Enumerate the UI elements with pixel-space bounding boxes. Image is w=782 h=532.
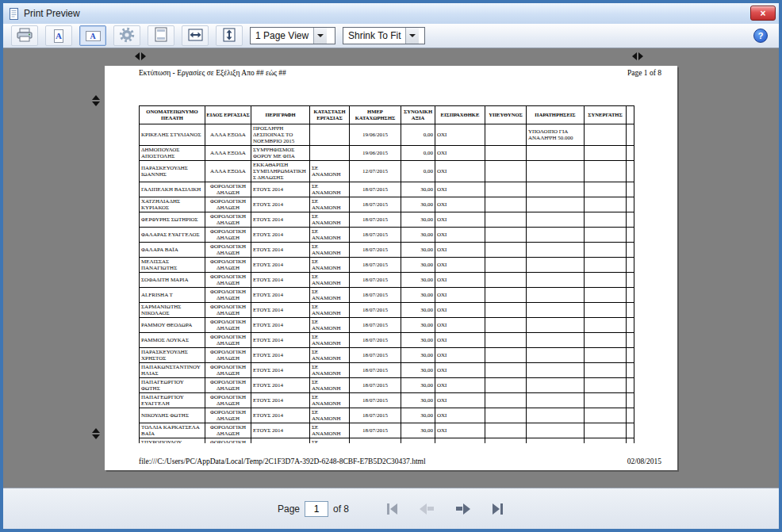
landscape-button[interactable]: A <box>79 25 106 46</box>
first-page-button[interactable] <box>385 502 399 516</box>
table-cell: 18/07/2015 <box>350 378 401 393</box>
table-cell <box>585 124 627 146</box>
column-header: ΠΑΡΑΤΗΡΗΣΕΙΣ <box>527 106 585 124</box>
table-cell <box>585 318 627 333</box>
table-cell: ΦΟΡΟΛΟΓΙΚΗ ΔΗΛΩΣΗ <box>205 212 251 228</box>
chevron-down-icon <box>405 28 419 44</box>
table-cell: ΣΕ ΑΝΑΜΟΝΗ <box>310 378 350 393</box>
page-footer: file:///C:/Users/PC/AppData/Local/Temp/2… <box>139 457 661 465</box>
table-cell: ΟΧΙ <box>435 212 485 228</box>
right-margin-handle[interactable] <box>632 52 643 60</box>
full-width-icon <box>188 29 203 44</box>
table-cell <box>527 378 585 393</box>
table-cell <box>527 161 585 182</box>
table-cell: 30,00 <box>401 212 435 228</box>
table-cell: ΣΕ ΑΝΑΜΟΝΗ <box>310 408 350 423</box>
table-cell: ΥΠΟΛΟΙΠΟ ΓΙΑ ΑΝΑΛΗΨΗ 50.000 <box>527 124 585 146</box>
table-cell: 30,00 <box>401 197 435 212</box>
table-cell <box>527 408 585 423</box>
header-margin-handle[interactable] <box>92 95 100 106</box>
column-header: ΕΙΣΠΡΑΧΘΗΚΕ <box>435 106 485 124</box>
table-cell: ΕΤΟΥΣ 2014 <box>251 303 310 318</box>
table-cell: ΣΕ ΑΝΑΜΟΝΗ <box>310 258 350 273</box>
close-button[interactable]: × <box>750 6 776 21</box>
shrink-to-fit-select[interactable]: Shrink To Fit <box>343 27 425 44</box>
column-header: ΣΥΝΕΡΓΑΤΗΣ <box>585 106 627 124</box>
table-cell: ΟΧΙ <box>435 303 485 318</box>
page-view-value: 1 Page View <box>251 28 313 44</box>
table-cell: ΑΛΛΑ ΕΞΟΔΑ <box>205 146 251 161</box>
view-full-width-button[interactable] <box>182 25 209 46</box>
table-cell: 18/07/2015 <box>350 182 401 197</box>
table-cell <box>627 124 634 146</box>
table-cell: ΠΡΟΣΛΗΨΗ ΔΕΣΠΟΙΝΑΣ ΤΟ ΝΟΕΜΒΡΙΟ 2015 <box>251 124 310 146</box>
table-cell <box>585 393 627 408</box>
table-cell <box>627 333 634 348</box>
table-cell <box>485 378 527 393</box>
left-margin-handle[interactable] <box>135 52 146 60</box>
table-cell: ΕΤΟΥΣ 2014 <box>251 363 310 378</box>
table-cell: ΟΧΙ <box>435 182 485 197</box>
table-cell: ALFRISHA T <box>140 288 205 303</box>
page-view-select[interactable]: 1 Page View <box>250 27 335 44</box>
print-preview-window: Print Preview × A A <box>0 0 782 532</box>
table-cell <box>627 393 634 408</box>
table-cell: 18/07/2015 <box>350 243 401 258</box>
table-cell: ΕΤΟΥΣ 2014 <box>251 273 310 288</box>
page-setup-button[interactable] <box>113 25 140 46</box>
table-cell <box>527 333 585 348</box>
table-cell: ΚΡΙΚΕΛΗΣ ΣΤΥΛΙΑΝΟΣ <box>140 124 205 146</box>
table-cell: 30,00 <box>401 243 435 258</box>
table-cell <box>585 333 627 348</box>
table-cell: ΦΟΡΟΛΟΓΙΚΗ ΔΗΛΩΣΗ <box>205 408 251 423</box>
table-row: ΓΑΛΙΠΕΛΚΗ ΒΑΣΙΛΙΚΗΦΟΡΟΛΟΓΙΚΗ ΔΗΛΩΣΗΕΤΟΥΣ… <box>140 182 634 197</box>
table-cell: ΣΕ ΑΝΑΜΟΝΗ <box>310 228 350 243</box>
footer-margin-handle[interactable] <box>92 428 100 439</box>
table-cell: 30,00 <box>401 348 435 363</box>
next-page-button[interactable] <box>454 502 472 516</box>
table-cell: 18/07/2015 <box>350 318 401 333</box>
table-cell: ΠΑΠΑΓΕΩΡΓΙΟΥ ΦΩΤΗΣ <box>140 378 205 393</box>
titlebar: Print Preview × <box>3 3 779 24</box>
arrow-right-icon <box>141 52 146 60</box>
previous-page-button[interactable] <box>418 502 435 516</box>
table-cell <box>585 438 627 444</box>
headers-footers-button[interactable] <box>148 25 174 46</box>
table-cell <box>485 438 527 444</box>
last-page-button[interactable] <box>491 502 504 516</box>
table-cell: ΟΧΙ <box>435 161 485 182</box>
table-cell: ΠΑΠΑΓΕΩΡΓΙΟΥ ΕΥΑΓΓΕΛΗ <box>140 393 205 408</box>
table-cell: ΟΧΙ <box>435 273 485 288</box>
print-button[interactable] <box>11 25 38 46</box>
arrow-up-icon <box>92 95 100 100</box>
table-cell: ΜΕΛΙΣΣΑΣ ΠΑΝΑΓΙΩΤΗΣ <box>140 258 205 273</box>
table-cell <box>585 378 627 393</box>
table-cell <box>350 438 401 444</box>
table-cell <box>310 124 350 146</box>
portrait-button[interactable]: A <box>45 25 72 46</box>
table-row: ΠΑΠΑΓΕΩΡΓΙΟΥ ΕΥΑΓΓΕΛΗΦΟΡΟΛΟΓΙΚΗ ΔΗΛΩΣΗΕΤ… <box>140 393 634 408</box>
table-cell: ΣΕ ΑΝΑΜΟΝΗ <box>310 318 350 333</box>
table-cell: 30,00 <box>401 182 435 197</box>
view-full-page-button[interactable] <box>216 25 243 46</box>
column-header: ΠΕΡΙΓΡΑΦΗ <box>251 106 310 124</box>
page-number-input[interactable] <box>305 501 328 517</box>
table-cell <box>585 423 627 438</box>
table-cell <box>485 197 527 212</box>
table-cell <box>485 348 527 363</box>
table-cell: ΣΕ ΑΝΑΜΟΝΗ <box>310 363 350 378</box>
table-cell: ΣΕ ΑΝΑΜΟΝΗ <box>310 423 350 438</box>
table-cell <box>527 212 585 228</box>
table-cell <box>627 423 634 438</box>
table-cell: ΡΑΜΜΟΣ ΛΟΥΚΑΣ <box>140 333 205 348</box>
table-cell: ΟΧΙ <box>435 333 485 348</box>
table-cell <box>627 243 634 258</box>
report-table: ΟΝΟΜΑΤΕΠΩΝΥΜΟ ΠΕΛΑΤΗΕΙΔΟΣ ΕΡΓΑΣΙΑΣΠΕΡΙΓΡ… <box>139 105 634 443</box>
table-cell <box>627 146 634 161</box>
table-cell: ΕΚΚΑΘΑΡΙΣΗ ΣΥΜΠΛΗΡΩΜΑΤΙΚΗΣ ΔΗΛΩΣΗΣ <box>251 161 310 182</box>
table-cell <box>627 197 634 212</box>
help-button[interactable]: ? <box>753 29 768 43</box>
arrow-right-icon <box>638 52 643 60</box>
table-cell <box>585 363 627 378</box>
table-cell <box>485 228 527 243</box>
